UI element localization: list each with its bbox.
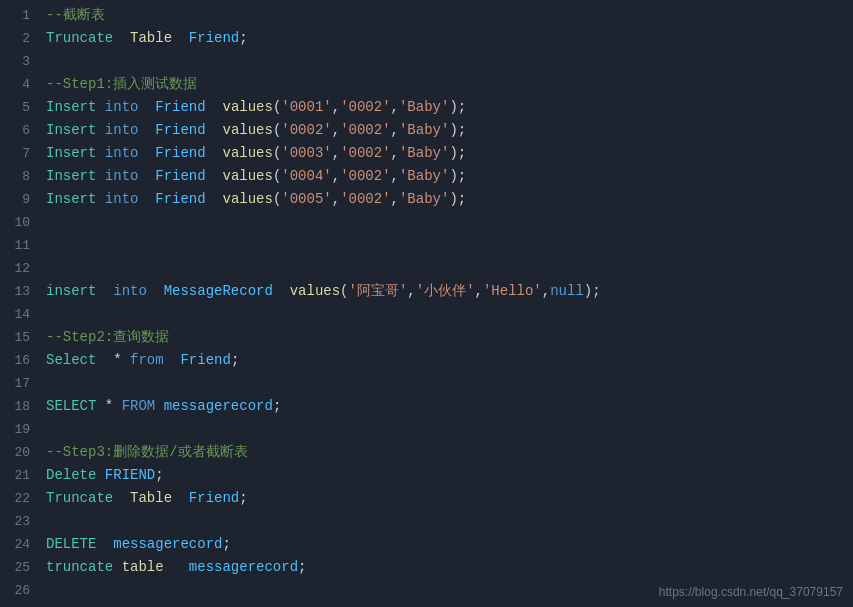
- token: );: [449, 99, 466, 115]
- line-number: 8: [0, 166, 40, 188]
- line: 14: [0, 303, 853, 326]
- line-number: 14: [0, 304, 40, 326]
- line-content: [40, 50, 853, 72]
- line-content: --截断表: [40, 4, 853, 26]
- token: Insert: [46, 99, 96, 115]
- token: Friend: [155, 99, 205, 115]
- token: insert: [46, 283, 96, 299]
- line: 15--Step2:查询数据: [0, 326, 853, 349]
- line-content: [40, 418, 853, 440]
- token: ,: [391, 99, 399, 115]
- line-content: Truncate Table Friend;: [40, 487, 853, 509]
- token: values: [222, 168, 272, 184]
- line-content: Insert into Friend values('0004','0002',…: [40, 165, 853, 187]
- token: ,: [332, 191, 340, 207]
- token: [206, 99, 223, 115]
- token: [96, 352, 113, 368]
- line-number: 2: [0, 28, 40, 50]
- token: [206, 122, 223, 138]
- line-content: Truncate Table Friend;: [40, 27, 853, 49]
- token: '0005': [281, 191, 331, 207]
- line-content: --Step3:删除数据/或者截断表: [40, 441, 853, 463]
- token: ,: [391, 122, 399, 138]
- token: ,: [391, 168, 399, 184]
- token: );: [584, 283, 601, 299]
- token: *: [105, 398, 113, 414]
- token: FRIEND: [105, 467, 155, 483]
- token: Friend: [180, 352, 230, 368]
- token: [96, 191, 104, 207]
- token: into: [113, 283, 147, 299]
- line: 19: [0, 418, 853, 441]
- token: --Step1:插入测试数据: [46, 76, 197, 92]
- line-content: --Step1:插入测试数据: [40, 73, 853, 95]
- token: [155, 398, 163, 414]
- token: Friend: [155, 122, 205, 138]
- line: 8Insert into Friend values('0004','0002'…: [0, 165, 853, 188]
- token: ;: [239, 30, 247, 46]
- line: 21Delete FRIEND;: [0, 464, 853, 487]
- token: Truncate: [46, 490, 113, 506]
- token: Table: [130, 30, 172, 46]
- line-number: 6: [0, 120, 40, 142]
- token: );: [449, 145, 466, 161]
- token: SELECT: [46, 398, 96, 414]
- token: [138, 168, 155, 184]
- token: --截断表: [46, 7, 105, 23]
- token: 'Baby': [399, 122, 449, 138]
- line-number: 27: [0, 603, 40, 607]
- token: Insert: [46, 191, 96, 207]
- token: Friend: [155, 168, 205, 184]
- line-number: 10: [0, 212, 40, 234]
- token: '0004': [281, 168, 331, 184]
- token: MessageRecord: [164, 283, 273, 299]
- token: truncate: [46, 559, 113, 575]
- line-number: 9: [0, 189, 40, 211]
- token: [96, 398, 104, 414]
- token: Truncate: [46, 30, 113, 46]
- token: Insert: [46, 168, 96, 184]
- token: [172, 30, 189, 46]
- line-content: [40, 303, 853, 325]
- token: into: [105, 122, 139, 138]
- token: [113, 490, 130, 506]
- code-editor: 1--截断表2Truncate Table Friend;3 4--Step1:…: [0, 0, 853, 607]
- token: DELETE: [46, 536, 96, 552]
- token: [138, 99, 155, 115]
- line: 25truncate table messagerecord;: [0, 556, 853, 579]
- token: [147, 283, 164, 299]
- token: 'Baby': [399, 99, 449, 115]
- line-content: Insert into Friend values('0003','0002',…: [40, 142, 853, 164]
- token: --Step3:删除数据/或者截断表: [46, 444, 248, 460]
- line: 6Insert into Friend values('0002','0002'…: [0, 119, 853, 142]
- token: values: [222, 122, 272, 138]
- line: 9Insert into Friend values('0005','0002'…: [0, 188, 853, 211]
- token: [113, 398, 121, 414]
- line-number: 23: [0, 511, 40, 533]
- line-number: 16: [0, 350, 40, 372]
- line-number: 7: [0, 143, 40, 165]
- line: 24DELETE messagerecord;: [0, 533, 853, 556]
- line-number: 22: [0, 488, 40, 510]
- token: [172, 490, 189, 506]
- token: '0003': [281, 145, 331, 161]
- token: '0002': [340, 191, 390, 207]
- token: --Step2:查询数据: [46, 329, 169, 345]
- code-area: 1--截断表2Truncate Table Friend;3 4--Step1:…: [0, 0, 853, 607]
- token: ,: [332, 99, 340, 115]
- line: 13insert into MessageRecord values('阿宝哥'…: [0, 280, 853, 303]
- line-number: 26: [0, 580, 40, 602]
- line-number: 15: [0, 327, 40, 349]
- watermark: https://blog.csdn.net/qq_37079157: [659, 585, 843, 599]
- token: messagerecord: [113, 536, 222, 552]
- token: [96, 99, 104, 115]
- token: '0002': [340, 122, 390, 138]
- token: [96, 122, 104, 138]
- line-number: 3: [0, 51, 40, 73]
- token: messagerecord: [164, 398, 273, 414]
- line-number: 20: [0, 442, 40, 464]
- token: [273, 283, 290, 299]
- line: 27: [0, 602, 853, 607]
- token: into: [105, 99, 139, 115]
- token: '0002': [340, 168, 390, 184]
